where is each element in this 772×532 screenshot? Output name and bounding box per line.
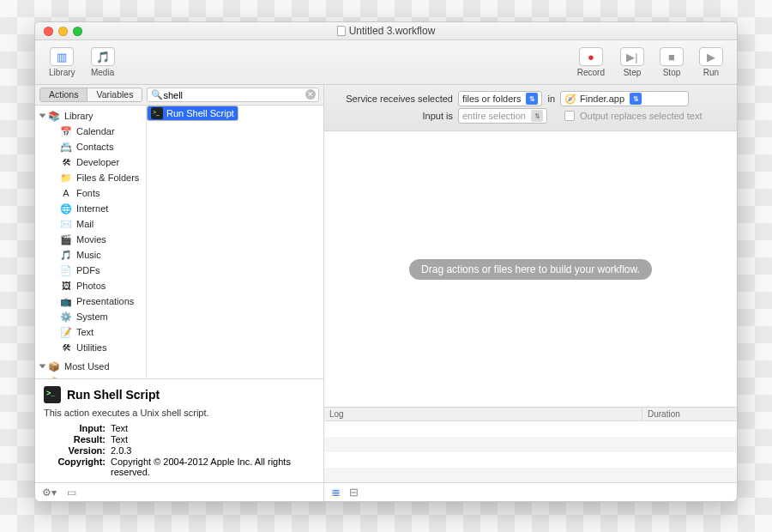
category-icon: 📅 bbox=[60, 125, 72, 137]
chevron-updown-icon: ⇅ bbox=[630, 93, 642, 105]
category-icon: 📚 bbox=[48, 110, 60, 122]
result-item[interactable]: Run Shell Script bbox=[147, 106, 238, 121]
service-config: Service receives selected files or folde… bbox=[324, 85, 737, 131]
category-icon: 📦 bbox=[48, 360, 60, 372]
zoom-icon[interactable] bbox=[73, 27, 82, 36]
category-item[interactable]: 📅Calendar bbox=[35, 124, 146, 139]
category-icon: 🛠 bbox=[60, 156, 72, 168]
category-icon: 🎬 bbox=[60, 233, 72, 245]
output-replaces-checkbox[interactable] bbox=[564, 111, 575, 121]
action-detail: Run Shell Script This action executes a … bbox=[35, 378, 323, 482]
step-icon: ▶| bbox=[626, 51, 637, 63]
detail-title: Run Shell Script bbox=[67, 388, 160, 402]
terminal-icon bbox=[151, 107, 163, 119]
category-icon: A bbox=[60, 187, 72, 199]
terminal-icon bbox=[44, 386, 61, 403]
category-icon: 📺 bbox=[60, 295, 72, 307]
category-icon: 📝 bbox=[60, 326, 72, 338]
record-icon: ● bbox=[588, 51, 594, 63]
gear-footer: ⚙︎▾ ▭ bbox=[35, 482, 323, 501]
document-icon bbox=[337, 26, 346, 36]
category-icon: 🎵 bbox=[60, 249, 72, 261]
library-tabs[interactable]: Actions Variables bbox=[39, 88, 142, 102]
category-icon: ⚙️ bbox=[60, 311, 72, 323]
category-icon: 🛠 bbox=[60, 342, 72, 354]
category-item[interactable]: 🖼Photos bbox=[35, 278, 146, 293]
log-col-duration[interactable]: Duration bbox=[642, 408, 737, 420]
log-panel: Log Duration ≣ ⊟ bbox=[324, 407, 737, 501]
input-type-select[interactable]: files or folders⇅ bbox=[458, 91, 542, 106]
minimize-icon[interactable] bbox=[58, 27, 68, 36]
workflow-panel: Service receives selected files or folde… bbox=[324, 85, 737, 501]
run-icon: ▶ bbox=[707, 51, 715, 63]
category-item[interactable]: 🛠Developer bbox=[35, 154, 146, 170]
record-button[interactable]: ● Record bbox=[570, 45, 612, 79]
canvas-hint: Drag actions or files here to build your… bbox=[409, 259, 652, 280]
results-list[interactable]: Run Shell Script bbox=[147, 106, 323, 378]
search-field[interactable]: 🔍 ✕ bbox=[147, 88, 319, 102]
search-icon: 🔍 bbox=[151, 89, 163, 100]
category-item[interactable]: 📄PDFs bbox=[35, 263, 146, 278]
category-item[interactable]: ⚙️System bbox=[35, 309, 146, 324]
library-button[interactable]: ▥ Library bbox=[42, 45, 82, 79]
clear-search-icon[interactable]: ✕ bbox=[305, 89, 316, 100]
compact-view-icon[interactable]: ⊟ bbox=[349, 486, 359, 499]
toolbar: ▥ Library 🎵 Media ● Record ▶| Step ■ Sto… bbox=[35, 40, 737, 85]
window-title: Untitled 3.workflow bbox=[35, 25, 737, 37]
media-button[interactable]: 🎵 Media bbox=[84, 45, 122, 79]
library-icon: ▥ bbox=[57, 51, 67, 63]
category-icon: 🌐 bbox=[60, 203, 72, 215]
library-panel: Actions Variables 🔍 ✕ 📚Library📅Calendar📇… bbox=[35, 85, 324, 501]
gear-icon[interactable]: ⚙︎▾ bbox=[42, 487, 57, 499]
list-view-icon[interactable]: ≣ bbox=[331, 486, 341, 499]
category-list[interactable]: 📚Library📅Calendar📇Contacts🛠Developer📁Fil… bbox=[35, 106, 147, 378]
category-icon: 🖼 bbox=[60, 280, 72, 292]
run-button[interactable]: ▶ Run bbox=[692, 45, 730, 79]
log-body bbox=[324, 421, 737, 482]
category-item[interactable]: ✉️Mail bbox=[35, 216, 146, 232]
log-col-log[interactable]: Log bbox=[324, 408, 642, 420]
category-item[interactable]: 📦Most Used bbox=[35, 359, 146, 374]
category-icon: ✉️ bbox=[60, 218, 72, 230]
category-item[interactable]: 🛠Utilities bbox=[35, 340, 146, 355]
app-select[interactable]: 🧭 Finder.app⇅ bbox=[560, 91, 689, 106]
tab-actions[interactable]: Actions bbox=[40, 88, 87, 101]
automator-window: Untitled 3.workflow ▥ Library 🎵 Media ● … bbox=[34, 21, 738, 502]
category-item[interactable]: 📁Files & Folders bbox=[35, 170, 146, 185]
close-icon[interactable] bbox=[44, 27, 53, 36]
category-item[interactable]: 📺Presentations bbox=[35, 293, 146, 309]
tab-variables[interactable]: Variables bbox=[87, 88, 142, 101]
category-item[interactable]: 🎵Music bbox=[35, 247, 146, 263]
category-item[interactable]: 📝Text bbox=[35, 324, 146, 340]
category-icon: 📄 bbox=[60, 264, 72, 276]
chevron-updown-icon: ⇅ bbox=[531, 110, 543, 122]
stop-icon: ■ bbox=[668, 51, 675, 63]
titlebar: Untitled 3.workflow bbox=[35, 22, 737, 40]
category-item[interactable]: 🎬Movies bbox=[35, 232, 146, 247]
category-item[interactable]: 📇Contacts bbox=[35, 139, 146, 154]
workflow-canvas[interactable]: Drag actions or files here to build your… bbox=[324, 131, 737, 407]
category-icon: 📁 bbox=[60, 172, 72, 184]
step-button[interactable]: ▶| Step bbox=[613, 45, 651, 79]
category-item[interactable]: 📚Library bbox=[35, 108, 146, 124]
input-is-select[interactable]: entire selection⇅ bbox=[458, 108, 547, 124]
chevron-updown-icon: ⇅ bbox=[526, 93, 538, 105]
category-icon: 📇 bbox=[60, 141, 72, 153]
media-icon: 🎵 bbox=[96, 51, 110, 63]
category-item[interactable]: 🌐Internet bbox=[35, 201, 146, 216]
detail-desc: This action executes a Unix shell script… bbox=[44, 408, 315, 418]
stop-button[interactable]: ■ Stop bbox=[653, 45, 691, 79]
finder-icon: 🧭 bbox=[564, 94, 576, 105]
search-input[interactable] bbox=[147, 88, 319, 102]
category-item[interactable]: AFonts bbox=[35, 185, 146, 201]
layout-icon[interactable]: ▭ bbox=[67, 487, 76, 499]
